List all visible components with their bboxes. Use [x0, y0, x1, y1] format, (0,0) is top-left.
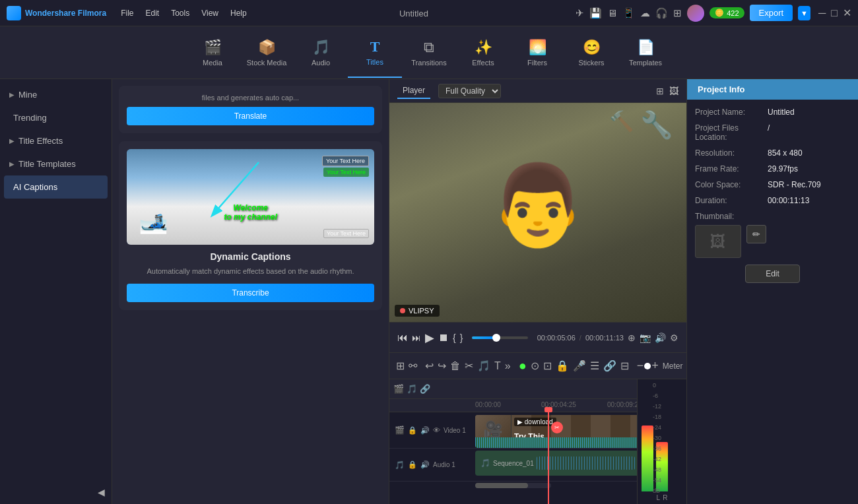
- tool-stickers[interactable]: 😊 Stickers: [564, 28, 618, 78]
- tool-transitions[interactable]: ⧉ Transitions: [402, 28, 456, 78]
- edit-button[interactable]: Edit: [745, 265, 800, 283]
- info-row-location: Project Files Location: /: [695, 123, 850, 142]
- translate-button[interactable]: Translate: [127, 107, 374, 125]
- grid-view-icon[interactable]: ⊞: [656, 86, 664, 96]
- audio-track-icon[interactable]: 🎵: [407, 384, 417, 394]
- photo-icon[interactable]: 🖼: [669, 86, 678, 96]
- win-close[interactable]: ✕: [843, 7, 851, 19]
- settings-icon[interactable]: ⚙: [670, 332, 678, 343]
- thumbnail-edit-icon[interactable]: ✏: [746, 225, 766, 243]
- vlipsy-badge: VLIPSY: [395, 305, 440, 317]
- tl-delete[interactable]: 🗑: [450, 360, 461, 372]
- tl-minus[interactable]: −: [637, 359, 644, 373]
- tool-audio[interactable]: 🎵 Audio: [294, 28, 348, 78]
- tool-templates[interactable]: 📄 Templates: [618, 28, 673, 78]
- audio-track-lock[interactable]: 🔒: [408, 460, 417, 469]
- icon-send[interactable]: ✈: [576, 7, 584, 19]
- tl-icon2[interactable]: ⊡: [543, 360, 552, 372]
- zoom-thumb[interactable]: [644, 363, 651, 369]
- progress-bar[interactable]: [472, 336, 527, 339]
- current-time: 00:00:05:06: [537, 334, 576, 342]
- text-overlay-3: Welcometo my channel: [224, 203, 277, 222]
- tl-icon5[interactable]: ☰: [590, 360, 599, 372]
- left-panel: ▶ Mine Trending ▶ Title Effects ▶ Title …: [0, 79, 112, 504]
- video-track-lock[interactable]: 🔒: [408, 426, 417, 435]
- dropdown-arrow[interactable]: ▼: [798, 6, 810, 20]
- tl-grid-icon[interactable]: ⊞: [396, 360, 405, 372]
- tl-green-dot[interactable]: ●: [519, 358, 527, 373]
- player-tab[interactable]: Player: [397, 83, 430, 99]
- track-link-icon[interactable]: 🔗: [420, 384, 430, 394]
- coins-badge[interactable]: 🪙422: [710, 7, 744, 18]
- export-button[interactable]: Export: [750, 5, 793, 21]
- sidebar-item-title-effects[interactable]: ▶ Title Effects: [0, 129, 112, 152]
- tool-stock-media[interactable]: 📦 Stock Media: [240, 28, 294, 78]
- video-track-eye[interactable]: 👁: [433, 426, 440, 434]
- tl-plus[interactable]: +: [651, 359, 659, 373]
- mark-in-button[interactable]: {: [453, 332, 456, 343]
- tl-magnet-icon[interactable]: ⚯: [409, 360, 417, 372]
- tl-icon4[interactable]: 🎤: [573, 360, 586, 372]
- tl-text[interactable]: T: [494, 360, 501, 372]
- tl-more[interactable]: »: [505, 360, 511, 372]
- collapse-btn[interactable]: ◀: [0, 480, 112, 504]
- screenshot-icon[interactable]: 📷: [640, 332, 651, 343]
- timeline-scrollbar[interactable]: [475, 483, 551, 488]
- win-minimize[interactable]: ─: [818, 7, 826, 19]
- tl-icon1[interactable]: ⊙: [531, 360, 539, 372]
- audio-track-mute[interactable]: 🔊: [420, 460, 430, 469]
- icon-grid[interactable]: ⊞: [673, 7, 682, 19]
- tool-filters[interactable]: 🌅 Filters: [510, 28, 564, 78]
- step-back-button[interactable]: ⏭: [412, 332, 421, 343]
- stop-button[interactable]: ⏹: [438, 332, 449, 344]
- progress-thumb[interactable]: [492, 334, 500, 342]
- tl-icon6[interactable]: 🔗: [603, 360, 616, 372]
- meter-bar-l: [642, 425, 653, 491]
- tool-titles[interactable]: T Titles: [348, 28, 402, 78]
- meter-bars-container: 0 -6 -12 -18 -24 -30 -36 -42 -48 -54 dB: [639, 382, 685, 494]
- tl-icon7[interactable]: ⊟: [620, 360, 629, 372]
- rewind-button[interactable]: ⏮: [397, 332, 408, 344]
- sidebar-item-ai-captions[interactable]: AI Captions: [4, 175, 108, 199]
- quality-select[interactable]: Full Quality: [438, 84, 501, 98]
- tl-undo[interactable]: ↩: [425, 360, 434, 372]
- video-track-mute[interactable]: 🔊: [420, 426, 430, 435]
- tool-media[interactable]: 🎬 Media: [185, 28, 240, 78]
- icon-cloud[interactable]: ☁: [640, 7, 650, 19]
- tl-redo[interactable]: ↪: [438, 360, 446, 372]
- topbar: Wondershare Filmora File Edit Tools View…: [0, 0, 858, 26]
- add-to-timeline-icon[interactable]: ⊕: [628, 332, 636, 343]
- tl-audio[interactable]: 🎵: [477, 360, 490, 372]
- icon-save[interactable]: 💾: [589, 7, 602, 19]
- play-button[interactable]: ▶: [425, 331, 434, 345]
- icon-screen[interactable]: 🖥: [607, 7, 617, 18]
- edit-button-container: Edit: [695, 265, 850, 283]
- sidebar-item-trending[interactable]: Trending: [0, 106, 112, 129]
- top-card: files and generates auto cap... Translat…: [119, 86, 382, 133]
- scrollbar-thumb[interactable]: [475, 483, 528, 488]
- menu-view[interactable]: View: [196, 6, 224, 20]
- win-maximize[interactable]: □: [831, 7, 838, 19]
- mark-out-button[interactable]: }: [460, 332, 463, 343]
- audio-clip[interactable]: 🎵 Sequence_01: [475, 451, 637, 476]
- transcribe-button[interactable]: Transcribe: [127, 284, 374, 302]
- icon-phone[interactable]: 📱: [622, 7, 635, 19]
- audio-track-header: 🎵 🔒 🔊 Audio 1: [389, 460, 475, 470]
- info-row-colorspace: Color Space: SDR - Rec.709: [695, 180, 850, 189]
- video-track-icon[interactable]: 🎬: [393, 384, 404, 394]
- sidebar-item-mine[interactable]: ▶ Mine: [0, 83, 112, 106]
- tl-icon3[interactable]: 🔒: [556, 360, 569, 372]
- app-logo-icon: [7, 6, 21, 20]
- menu-help[interactable]: Help: [225, 6, 252, 20]
- menu-edit[interactable]: Edit: [140, 6, 164, 20]
- menu-file[interactable]: File: [116, 6, 139, 20]
- tl-cut[interactable]: ✂: [465, 360, 473, 372]
- tool-effects[interactable]: ✨ Effects: [456, 28, 510, 78]
- audio-icon[interactable]: 🔊: [655, 332, 666, 343]
- info-row-name: Project Name: Untitled: [695, 108, 850, 117]
- menu-tools[interactable]: Tools: [166, 6, 195, 20]
- project-info-tab[interactable]: Project Info: [687, 79, 858, 100]
- video-content: 👨 🔧 🔨 VLIPSY: [389, 103, 686, 322]
- sidebar-item-title-templates[interactable]: ▶ Title Templates: [0, 152, 112, 175]
- icon-headphone[interactable]: 🎧: [655, 7, 668, 19]
